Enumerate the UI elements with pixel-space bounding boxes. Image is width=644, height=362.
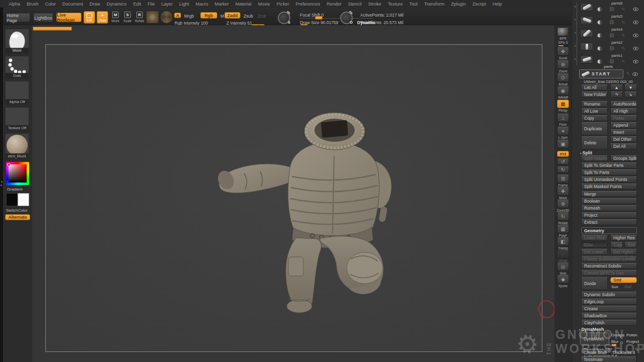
group-expand-icon[interactable]: + xyxy=(574,5,576,9)
menu-transform[interactable]: Transform xyxy=(424,2,445,7)
stroke-preview-icon[interactable] xyxy=(160,11,173,24)
menu-preferences[interactable]: Preferences xyxy=(296,2,320,7)
menu-light[interactable]: Light xyxy=(179,2,189,7)
active-subtool-button[interactable]: START xyxy=(579,69,623,78)
scroll-button[interactable]: ✥ Scroll xyxy=(556,47,570,60)
mrgb-toggle[interactable]: Mrgb xyxy=(184,14,194,19)
bpr-button[interactable]: BPR xyxy=(556,28,570,40)
blur-slider-handle[interactable] xyxy=(611,344,616,346)
current-alpha-button[interactable]: Alpha Off xyxy=(5,81,29,105)
lightbox-button[interactable]: LightBox xyxy=(33,14,53,22)
list-all-button[interactable]: List All xyxy=(581,84,608,90)
claypolish-section[interactable]: ClayPolish xyxy=(581,320,637,326)
split-section-header[interactable]: Split xyxy=(580,150,592,155)
spix-slider-bar[interactable] xyxy=(558,45,568,47)
menu-help[interactable]: Help xyxy=(493,2,502,7)
depth-dial-icon[interactable]: ✎ D xyxy=(340,12,353,24)
rotate-view-button[interactable]: ↻ Rotate xyxy=(556,212,570,225)
move-up-button[interactable]: ▲ xyxy=(610,84,623,90)
del-other-button[interactable]: Del Other xyxy=(610,136,637,142)
local-lock-button[interactable]: ▣ xyxy=(556,140,570,148)
duplicate-button[interactable]: Duplicate xyxy=(581,122,608,135)
zoom3d-button[interactable]: ⊕ Zoom3D xyxy=(556,200,570,212)
menu-file[interactable]: File xyxy=(147,2,155,7)
edgeloop-section[interactable]: EdgeLoop xyxy=(581,299,637,305)
uv-icon[interactable] xyxy=(610,33,614,37)
menu-document[interactable]: Document xyxy=(62,2,83,7)
polypaint-icon[interactable] xyxy=(597,20,602,25)
menu-tool[interactable]: Tool xyxy=(409,2,418,7)
group-expand-icon[interactable]: + xyxy=(574,44,576,48)
menu-marker[interactable]: Marker xyxy=(215,2,229,7)
menu-texture[interactable]: Texture xyxy=(388,2,403,7)
solo-button[interactable]: ◎ Solo xyxy=(556,262,570,275)
delete-button[interactable]: Delete xyxy=(581,136,608,149)
groups-split-button[interactable]: Groups Split xyxy=(610,155,637,161)
visibility-eye-icon[interactable] xyxy=(633,60,638,63)
edit-name-icon[interactable]: ✎ xyxy=(622,33,625,38)
uv-icon[interactable] xyxy=(610,46,614,50)
current-material-button[interactable]: zbro_Mud1 xyxy=(5,133,29,159)
rename-button[interactable]: Rename xyxy=(581,101,608,107)
move-out-folder-button[interactable]: ↳ xyxy=(624,92,637,98)
edit-name-icon[interactable]: ✎ xyxy=(622,59,625,64)
zsub-toggle[interactable]: Zsub xyxy=(244,14,253,19)
rotate-ccw-button[interactable]: ↺ xyxy=(556,158,570,165)
polypaint-icon[interactable] xyxy=(597,7,602,12)
dynamesh-project-toggle[interactable]: Project xyxy=(626,339,639,344)
polypaint-icon[interactable] xyxy=(597,46,602,51)
rotate-mode-button[interactable]: R Rotate xyxy=(134,11,145,24)
menu-picker[interactable]: Picker xyxy=(277,2,289,7)
m-toggle[interactable]: M xyxy=(220,14,224,19)
main-color-swatch[interactable] xyxy=(6,193,18,206)
spix-slider[interactable]: SPix 3 xyxy=(556,40,570,47)
subtool-row[interactable]: + parts4 ✎ xyxy=(577,27,640,39)
uv-icon[interactable] xyxy=(610,7,614,11)
xpose-button[interactable]: ◆ Xpose xyxy=(556,275,570,288)
new-folder-button[interactable]: New Folder xyxy=(581,92,608,98)
switch-color-button[interactable]: SwitchColor xyxy=(6,208,28,213)
split-unmasked-points-button[interactable]: Split Unmasked Points xyxy=(581,176,637,183)
polypaint-icon[interactable] xyxy=(597,33,602,38)
xyz-button[interactable]: XYZ xyxy=(556,151,570,157)
group-expand-icon[interactable]: + xyxy=(574,57,576,61)
menu-stroke[interactable]: Stroke xyxy=(368,2,381,7)
menu-dynamics[interactable]: Dynamics xyxy=(107,2,127,7)
menu-material[interactable]: Material xyxy=(235,2,252,7)
stroke-dial-icon[interactable]: ✎ S xyxy=(278,12,290,24)
menu-macro[interactable]: Macro xyxy=(196,2,208,7)
color-picker-square[interactable] xyxy=(9,164,27,183)
live-boolean-button[interactable]: Live Boolean xyxy=(56,13,82,22)
extract-section[interactable]: Extract xyxy=(581,219,637,225)
all-low-button[interactable]: All Low xyxy=(581,108,608,114)
menu-stencil[interactable]: Stencil xyxy=(348,2,362,7)
scale-mode-button[interactable]: S Scale xyxy=(122,11,133,24)
smt-toggle[interactable]: Smt xyxy=(610,277,637,283)
menu-layer[interactable]: Layer xyxy=(162,2,173,7)
subtool-row[interactable]: + parts1 ✎ xyxy=(577,53,640,65)
move-down-button[interactable]: ▼ xyxy=(624,84,637,90)
menu-zscript[interactable]: Zscript xyxy=(472,2,486,7)
all-high-button[interactable]: All High xyxy=(610,108,637,114)
rotate-cw-button[interactable]: ↻ xyxy=(556,166,570,173)
dynamesh-polish-toggle[interactable]: Polish xyxy=(626,333,637,337)
menu-brush[interactable]: Brush xyxy=(27,2,39,7)
current-brush-button[interactable]: Move xyxy=(5,29,29,54)
menu-edit[interactable]: Edit xyxy=(133,2,141,7)
split-to-parts-button[interactable]: Split To Parts xyxy=(581,169,637,175)
insert-button[interactable]: Insert xyxy=(610,129,637,135)
crease-section[interactable]: Crease xyxy=(581,306,637,312)
blur-dot-toggle[interactable] xyxy=(620,341,623,344)
divide-button[interactable]: Divide xyxy=(581,277,608,290)
append-button[interactable]: Append xyxy=(610,122,637,128)
transparency-button[interactable]: ◧ Transp xyxy=(556,237,570,250)
persp-button[interactable]: ▦ Persp xyxy=(556,100,570,112)
menu-movie[interactable]: Movie xyxy=(258,2,270,7)
subtool-row[interactable]: + parts2 ✎ xyxy=(577,40,640,52)
actual-button[interactable]: ⊙ Actual xyxy=(556,73,570,86)
visibility-eye-icon[interactable] xyxy=(633,34,638,37)
dynamesh-button[interactable]: DynaMesh xyxy=(580,332,609,345)
tessimate-section[interactable]: Tessimate xyxy=(581,356,636,362)
move-to-folder-button[interactable]: ↷ xyxy=(610,92,623,98)
group-expand-icon[interactable]: + xyxy=(574,18,576,22)
